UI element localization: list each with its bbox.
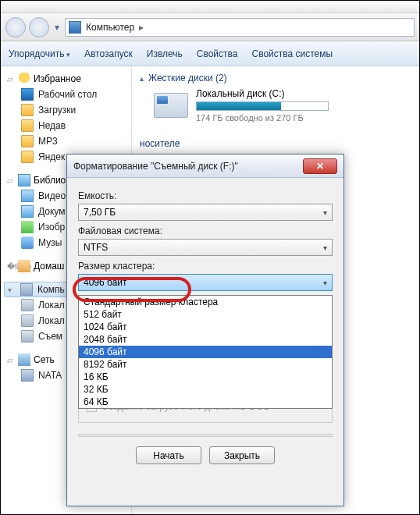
sidebar-label: Локал <box>38 300 65 311</box>
folder-icon <box>21 151 34 163</box>
computer-icon <box>20 283 33 296</box>
sidebar-label: Сеть <box>34 354 55 365</box>
sidebar-item-desktop[interactable]: Рабочий стол <box>4 87 128 102</box>
capacity-combo[interactable]: 7,50 ГБ <box>78 204 333 221</box>
drive-icon <box>21 330 34 343</box>
filesystem-combo[interactable]: NTFS <box>78 239 333 256</box>
sidebar-item-recent[interactable]: Недав <box>4 118 128 133</box>
sidebar-label: Съем <box>38 331 62 342</box>
drive-icon <box>21 299 34 311</box>
sidebar-label: Локал <box>38 315 65 326</box>
nav-bar: ▾ Компьютер ▸ <box>1 13 419 41</box>
cluster-option[interactable]: 512 байт <box>79 308 332 321</box>
command-bar: Упорядочить Автозапуск Извлечь Свойства … <box>1 41 419 66</box>
start-button[interactable]: Начать <box>136 446 201 464</box>
cluster-option[interactable]: 1024 байт <box>79 321 332 333</box>
close-button[interactable]: ✕ <box>303 158 337 174</box>
format-dialog: Форматирование "Съемный диск (F:)" ✕ Емк… <box>66 154 344 506</box>
sidebar-item-mp3[interactable]: MP3 <box>4 133 128 149</box>
section-title: носителе <box>140 138 180 149</box>
back-button[interactable] <box>5 17 26 37</box>
button-label: Начать <box>153 450 184 461</box>
sidebar-label: Загрузки <box>38 105 76 115</box>
sidebar-label: Избранное <box>34 73 81 84</box>
cluster-option-selected[interactable]: 4096 байт <box>79 346 332 358</box>
sidebar-item-downloads[interactable]: Загрузки <box>4 102 128 118</box>
window-titlebar <box>1 1 419 13</box>
properties-button[interactable]: Свойства <box>197 48 238 59</box>
cluster-option[interactable]: 8192 байт <box>79 358 332 371</box>
video-icon <box>21 190 34 202</box>
cluster-size-dropdown: Стандартный размер кластера 512 байт 102… <box>78 295 333 409</box>
sidebar-label: Домаш <box>34 261 65 272</box>
libraries-icon <box>18 174 30 186</box>
sidebar-label: Видео <box>38 190 66 201</box>
eject-button[interactable]: Извлечь <box>147 48 183 59</box>
cluster-size-value: 4096 байт <box>84 277 127 288</box>
progress-bar <box>78 434 333 437</box>
network-icon <box>18 353 30 366</box>
computer-icon <box>21 369 34 382</box>
drive-icon <box>21 314 34 327</box>
computer-icon <box>69 21 81 34</box>
disk-free-text: 174 ГБ свободно из 270 ГБ <box>196 113 329 123</box>
cluster-option[interactable]: 2048 байт <box>79 333 332 346</box>
capacity-label: Емкость: <box>78 190 333 201</box>
button-label: Закрыть <box>224 450 260 461</box>
cluster-size-label: Размер кластера: <box>78 261 333 272</box>
cluster-option[interactable]: 64 КБ <box>79 396 332 408</box>
sidebar-label: Недав <box>38 120 66 131</box>
close-dialog-button[interactable]: Закрыть <box>209 446 275 464</box>
filesystem-label: Файловая система: <box>78 226 333 236</box>
sidebar-label: Библио <box>34 175 66 186</box>
cluster-size-combo[interactable]: 4096 байт <box>78 274 333 291</box>
sidebar-label: MP3 <box>38 136 58 147</box>
dialog-titlebar[interactable]: Форматирование "Съемный диск (F:)" ✕ <box>67 154 343 178</box>
cluster-option[interactable]: Стандартный размер кластера <box>79 296 332 308</box>
breadcrumb-chevron-icon[interactable]: ▸ <box>139 22 144 33</box>
disk-name: Локальный диск (C:) <box>196 88 329 99</box>
sidebar-label: Музы <box>38 237 62 248</box>
sidebar-label: Яндек <box>38 151 65 162</box>
filesystem-value: NTFS <box>84 242 108 253</box>
system-properties-button[interactable]: Свойства системы <box>251 48 333 59</box>
breadcrumb[interactable]: Компьютер <box>86 22 134 33</box>
organize-menu[interactable]: Упорядочить <box>9 48 70 59</box>
address-bar[interactable]: Компьютер ▸ <box>65 18 415 37</box>
hdd-icon <box>154 93 188 118</box>
folder-icon <box>21 135 34 147</box>
sidebar-label: Рабочий стол <box>38 89 97 100</box>
pictures-icon <box>21 221 34 233</box>
sidebar-label: Компь <box>37 284 65 295</box>
capacity-value: 7,50 ГБ <box>84 207 116 218</box>
forward-button[interactable] <box>29 17 49 37</box>
desktop-icon <box>21 88 34 101</box>
cluster-option[interactable]: 32 КБ <box>79 383 332 396</box>
autoplay-button[interactable]: Автозапуск <box>84 48 133 59</box>
sidebar-label: Изобр <box>38 222 65 233</box>
sidebar-label: NATA <box>38 370 62 381</box>
section-title: Жесткие диски (2) <box>148 73 227 83</box>
disk-item-c[interactable]: Локальный диск (C:) 174 ГБ свободно из 2… <box>154 88 411 123</box>
star-icon <box>18 73 30 85</box>
homegroup-icon <box>18 260 30 272</box>
music-icon <box>21 236 34 249</box>
favorites-group[interactable]: ▱Избранное <box>4 71 128 87</box>
documents-icon <box>21 205 34 218</box>
cluster-option[interactable]: 16 КБ <box>79 371 332 383</box>
disk-capacity-bar <box>196 101 329 111</box>
folder-icon <box>21 119 34 132</box>
history-dropdown-icon[interactable]: ▾ <box>52 20 62 35</box>
folder-icon <box>21 104 34 116</box>
hdd-section-header[interactable]: ▴Жесткие диски (2) <box>140 73 411 83</box>
sidebar-label: Докум <box>38 206 65 217</box>
removable-section-header[interactable]: носителе <box>140 138 411 149</box>
dialog-title: Форматирование "Съемный диск (F:)" <box>73 161 303 172</box>
